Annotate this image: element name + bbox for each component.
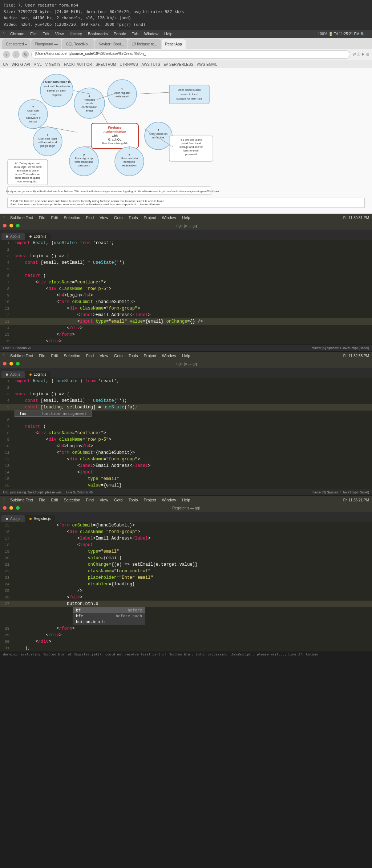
line-content[interactable]: <div className="form-group"> — [13, 456, 372, 463]
line-content[interactable]: button.btn.b — [13, 601, 372, 607]
apple-menu[interactable]:  — [3, 32, 4, 36]
view-menu[interactable]: View — [55, 32, 64, 36]
line-content[interactable]: </div> — [13, 338, 372, 344]
autocomplete-popup[interactable]: bfbeforebfebefore eachbutton.btn.b — [73, 607, 145, 625]
s3-edit-menu[interactable]: Edit — [51, 498, 58, 502]
line-content[interactable]: <input — [13, 542, 372, 548]
close-btn-2[interactable] — [3, 362, 7, 366]
line-content[interactable]: <input — [13, 469, 372, 476]
chrome-menu[interactable]: Chrome — [10, 32, 24, 36]
line-content[interactable]: <form onSubmit={handleSubmit}> — [13, 299, 372, 305]
s3-file-menu[interactable]: File — [39, 498, 45, 502]
bookmark-item[interactable]: UA — [3, 62, 8, 66]
bookmark-item[interactable]: aV SERVERLESS — [164, 62, 194, 66]
browser-tab[interactable]: Navbar : Boot... — [95, 39, 128, 49]
maximize-btn-3[interactable] — [16, 506, 20, 510]
line-content[interactable]: value={email} — [13, 555, 372, 561]
bookmark-item[interactable]: UTRNAWS — [120, 62, 138, 66]
s3-help-menu[interactable]: Help — [182, 498, 190, 502]
browser-tab[interactable]: React App — [162, 39, 186, 49]
line-content[interactable]: <div className="form-group"> — [13, 529, 372, 535]
line-content[interactable]: <h4>Login</h4> — [13, 443, 372, 449]
line-content[interactable]: className="form-control" — [13, 568, 372, 574]
line-content[interactable]: <label>Email Address</label> — [13, 535, 372, 542]
bookmark-item[interactable]: V VL — [34, 62, 42, 66]
line-content[interactable]: <form onSubmit={handleSubmit}> — [13, 522, 372, 529]
line-content[interactable]: const [email, setEmail] = useState(''); — [13, 397, 372, 404]
autocomplete-dropdown[interactable]: bfbeforebfebefore eachbutton.btn.b — [73, 607, 372, 625]
line-content[interactable]: import React, {useState} from 'react'; — [13, 240, 372, 246]
file-menu[interactable]: File — [30, 32, 37, 36]
code-editor-3[interactable]: 15 <form onSubmit={handleSubmit}>16 <div… — [0, 522, 372, 651]
bookmark-item[interactable]: AWS TUTS — [142, 62, 160, 66]
sublime-app-menu-2[interactable]: Sublime Text — [10, 354, 33, 358]
refresh-button[interactable]: ↻ — [22, 51, 29, 58]
line-content[interactable]: <h4>Login</h4> — [13, 292, 372, 299]
line-content[interactable]: disabled={loading} — [13, 581, 372, 588]
s2-window-menu[interactable]: Window — [162, 354, 176, 358]
autocomplete-item[interactable]: bfbefore — [73, 607, 145, 613]
s3-tools-menu[interactable]: Tools — [129, 498, 138, 502]
browser-tab[interactable]: GQLReactNo... — [62, 39, 94, 49]
line-content[interactable]: const [loading, setLoading] = useState(f… — [13, 404, 372, 411]
s1-goto-menu[interactable]: Goto — [114, 215, 123, 220]
window-menu[interactable]: Window — [144, 32, 158, 36]
s2-edit-menu[interactable]: Edit — [51, 354, 58, 358]
back-button[interactable]: ‹ — [3, 51, 10, 58]
s1-tools-menu[interactable]: Tools — [129, 215, 138, 220]
bookmark-item[interactable]: WF2 G-API — [12, 62, 30, 66]
line-content[interactable]: return ( — [13, 272, 372, 279]
line-content[interactable]: <div className="row p-5"> — [13, 286, 372, 292]
line-content[interactable]: /> — [13, 588, 372, 594]
line-content[interactable]: </div> — [13, 325, 372, 331]
sublime-tab[interactable]: Login.js — [25, 233, 50, 240]
line-content[interactable]: </div> — [13, 594, 372, 601]
line-content[interactable]: ); — [13, 645, 372, 651]
s1-file-menu[interactable]: File — [39, 215, 45, 220]
minimize-btn-3[interactable] — [9, 506, 13, 510]
s3-project-menu[interactable]: Project — [143, 498, 156, 502]
line-content[interactable]: </div> — [13, 638, 372, 645]
line-content[interactable]: <form onSubmit={handleSubmit}> — [13, 449, 372, 456]
tab-menu[interactable]: Tab — [132, 32, 138, 36]
minimize-btn-2[interactable] — [9, 362, 13, 366]
sublime-tab[interactable]: Login.js — [25, 371, 50, 378]
s2-help-menu[interactable]: Help — [182, 354, 190, 358]
line-content[interactable]: </form> — [13, 625, 372, 632]
help-menu[interactable]: Help — [164, 32, 173, 36]
line-content[interactable]: <label>Email Address</label> — [13, 312, 372, 318]
s2-project-menu[interactable]: Project — [143, 354, 156, 358]
s2-tools-menu[interactable]: Tools — [129, 354, 138, 358]
close-btn-1[interactable] — [3, 224, 7, 227]
line-content[interactable]: type="email" — [13, 548, 372, 555]
url-bar[interactable]: [Users/kaloraatludemylsource_code/19%20f… — [31, 51, 350, 58]
line-content[interactable]: <div className="row p-5"> — [13, 436, 372, 443]
bookmark-item[interactable]: SPECTRUM — [96, 62, 116, 66]
line-content[interactable]: <input type="email" value={email} onChan… — [13, 318, 372, 325]
s3-selection-menu[interactable]: Selection — [64, 498, 80, 502]
line-content[interactable]: </form> — [13, 331, 372, 338]
maximize-btn-2[interactable] — [16, 362, 20, 366]
line-content[interactable]: import React, { useState } from 'react'; — [13, 378, 372, 384]
s1-help-menu[interactable]: Help — [182, 215, 190, 220]
s2-find-menu[interactable]: Find — [86, 354, 94, 358]
browser-tab[interactable]: 19 firebase re... — [128, 39, 161, 49]
close-btn-3[interactable] — [3, 506, 7, 510]
history-menu[interactable]: History — [70, 32, 82, 36]
sublime-tab[interactable]: App.js — [1, 371, 25, 378]
s1-find-menu[interactable]: Find — [86, 215, 94, 220]
line-content[interactable]: <div className="contianer"> — [13, 430, 372, 436]
line-content[interactable]: <div className="form-group"> — [13, 305, 372, 312]
s1-edit-menu[interactable]: Edit — [51, 215, 58, 220]
autocomplete-item[interactable]: bfebefore each — [73, 613, 145, 619]
s2-view-menu[interactable]: View — [100, 354, 108, 358]
line-content[interactable]: const Login = () => { — [13, 253, 372, 259]
bookmark-item[interactable]: PACKT AUTHOR — [64, 62, 92, 66]
maximize-btn-1[interactable] — [16, 224, 20, 227]
s3-window-menu[interactable]: Window — [162, 498, 176, 502]
sublime-tab[interactable]: App.js — [1, 233, 25, 240]
s2-file-menu[interactable]: File — [39, 354, 45, 358]
s2-goto-menu[interactable]: Goto — [114, 354, 123, 358]
line-content[interactable]: return ( — [13, 423, 372, 430]
line-content[interactable]: const Login = () => { — [13, 391, 372, 397]
